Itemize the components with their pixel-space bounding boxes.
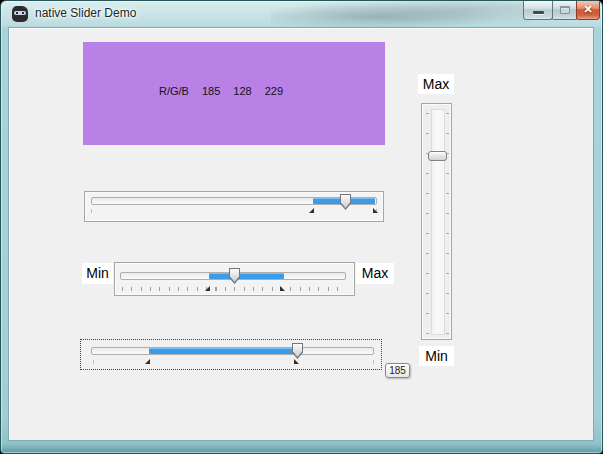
slider-green	[114, 262, 355, 296]
client-area: R/G/B 185 128 229 Min Max	[8, 27, 594, 441]
close-icon: ✕	[577, 3, 599, 16]
slider-blue-thumb[interactable]	[340, 194, 351, 210]
rgb-blue-value: 229	[265, 85, 283, 97]
slider-value-tooltip: 185	[385, 363, 410, 378]
slider-vertical	[421, 103, 452, 340]
tick-mark	[93, 360, 94, 364]
selection-start-marker	[145, 359, 150, 364]
selection-end-marker	[294, 359, 299, 364]
tick-mark	[373, 360, 374, 364]
app-window: native Slider Demo ✕ R/G/B 185 128 229	[0, 0, 603, 454]
minimize-icon	[533, 11, 544, 14]
slider-blue	[84, 191, 384, 222]
rgb-red-value: 185	[202, 85, 220, 97]
selection-end-marker	[373, 208, 378, 213]
vertical-max-label: Max	[418, 74, 454, 94]
slider-vertical-track[interactable]	[431, 109, 445, 335]
slider-green-selection	[209, 273, 284, 279]
maximize-icon	[560, 6, 570, 14]
maximize-button[interactable]	[552, 1, 577, 20]
tick-marks	[426, 113, 429, 335]
selection-end-marker	[280, 286, 285, 291]
slider-red	[80, 339, 382, 370]
slider-green-thumb[interactable]	[229, 268, 240, 284]
slider-red-thumb[interactable]	[292, 343, 303, 359]
slider-red-selection	[149, 348, 299, 354]
selection-start-marker	[205, 286, 210, 291]
max-label: Max	[356, 263, 394, 284]
window-controls: ✕	[524, 1, 600, 20]
app-icon	[12, 6, 28, 22]
rgb-readout: R/G/B 185 128 229	[159, 85, 283, 97]
vertical-min-label: Min	[419, 346, 454, 366]
minimize-button[interactable]	[523, 1, 553, 20]
rgb-color-swatch: R/G/B 185 128 229	[83, 42, 385, 145]
slider-vertical-thumb[interactable]	[428, 151, 447, 161]
window-title: native Slider Demo	[35, 6, 136, 20]
min-label: Min	[82, 263, 113, 284]
title-bar[interactable]: native Slider Demo ✕	[1, 1, 602, 27]
tick-mark	[91, 209, 92, 213]
selection-start-marker	[309, 208, 314, 213]
tick-marks	[122, 287, 346, 291]
close-button[interactable]: ✕	[576, 1, 600, 20]
tick-marks	[446, 113, 449, 335]
rgb-label: R/G/B	[159, 85, 189, 97]
rgb-green-value: 128	[233, 85, 251, 97]
